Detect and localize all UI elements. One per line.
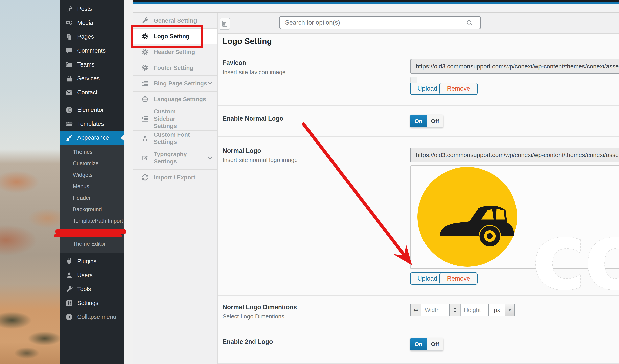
nav-item-label: Footer Setting (154, 64, 194, 71)
normal-logo-url-field[interactable] (410, 148, 619, 162)
search-input[interactable] (279, 16, 481, 29)
sidebar-item-templates[interactable]: Templates (59, 117, 125, 131)
sidebar-item-settings[interactable]: Settings (59, 296, 125, 310)
nav-item-label: Custom Font Settings (154, 131, 209, 146)
enable-normal-logo-toggle[interactable]: On Off (410, 115, 443, 128)
submenu-label: Background (73, 206, 102, 213)
normal-logo-remove-button[interactable]: Remove (439, 272, 478, 284)
submenu-item-customize[interactable]: Customize (59, 158, 125, 169)
sidebar-item-label: Elementor (77, 107, 104, 113)
plug-icon (66, 258, 73, 265)
sliders-icon (66, 299, 73, 307)
sidebar-item-pages[interactable]: Pages (59, 30, 125, 44)
sidebar-item-comments[interactable]: Comments (59, 44, 125, 58)
toggle-on-segment[interactable]: On (410, 338, 427, 351)
enable-2nd-logo-toggle[interactable]: On Off (410, 338, 443, 351)
sidebar-item-posts[interactable]: Posts (59, 2, 125, 16)
sidebar-item-label: Collapse menu (77, 314, 116, 320)
sidebar-item-teams[interactable]: Teams (59, 58, 125, 72)
submenu-label: Header (73, 195, 91, 201)
toggle-off-segment[interactable]: Off (427, 115, 443, 127)
unit-select-value: px (489, 304, 505, 316)
submenu-label: Menus (73, 183, 89, 190)
sidebar-item-appearance[interactable]: Appearance (59, 131, 125, 145)
section-divider (218, 363, 619, 364)
submenu-item-themes[interactable]: Themes (59, 146, 125, 158)
sidebar-item-plugins[interactable]: Plugins (59, 254, 125, 268)
sidebar-item-label: Settings (77, 300, 98, 306)
sidebar-item-label: Users (77, 272, 93, 279)
edit-icon (142, 154, 149, 161)
nav-item-footer-setting[interactable]: Footer Setting (133, 60, 217, 76)
sidebar-item-tools[interactable]: Tools (59, 282, 125, 296)
nav-item-typography-settings[interactable]: Typography Settings (133, 146, 217, 170)
chevron-down-icon (207, 155, 213, 161)
sidebar-item-elementor[interactable]: Elementor (59, 103, 125, 117)
nav-item-language-settings[interactable]: Language Settings (133, 92, 217, 107)
camera-icon (66, 19, 73, 27)
svg-text:co: co (532, 203, 619, 310)
submenu-label: Themes (73, 149, 93, 155)
submenu-item-templatepath-import[interactable]: TemplatePath Import (59, 215, 125, 227)
sidebar-item-label: Services (77, 75, 100, 82)
submenu-item-theme-editor[interactable]: Theme Editor (59, 238, 125, 250)
section-divider (218, 105, 619, 106)
sidebar-item-label: Contact (77, 89, 98, 96)
normal-logo-preview: co (410, 165, 619, 269)
submenu-item-widgets[interactable]: Widgets (59, 169, 125, 181)
sidebar-item-users[interactable]: Users (59, 268, 125, 282)
nav-item-label: Custom Sidebar Settings (154, 108, 195, 130)
width-input[interactable] (422, 304, 450, 316)
toggle-off-segment[interactable]: Off (427, 338, 443, 351)
enable-2nd-logo-label: Enable 2nd Logo (223, 338, 273, 345)
elementor-icon (66, 107, 73, 114)
nav-item-custom-sidebar-settings[interactable]: Custom Sidebar Settings (133, 107, 217, 131)
nav-item-custom-font-settings[interactable]: Custom Font Settings (133, 131, 217, 146)
submenu-label: TemplatePath Import (73, 218, 123, 224)
submenu-item-background[interactable]: Background (59, 204, 125, 215)
normal-logo-label: Normal Logo (223, 147, 261, 154)
chevron-down-icon (207, 81, 213, 86)
toggle-on-segment[interactable]: On (410, 115, 427, 127)
pin-icon (66, 5, 73, 13)
list-icon (142, 115, 149, 122)
nav-item-blog-page-settings[interactable]: Blog Page Settings (133, 76, 217, 92)
current-menu-arrow (121, 135, 125, 141)
nav-item-label: Language Settings (154, 95, 206, 103)
collapse-menu-button[interactable]: Collapse menu (59, 310, 125, 324)
sidebar-item-label: Comments (77, 47, 106, 54)
submenu-label: Customize (73, 161, 99, 167)
submenu-item-menus[interactable]: Menus (59, 181, 125, 192)
height-input[interactable] (461, 304, 490, 316)
accent-line (133, 2, 619, 4)
globe-icon (142, 96, 149, 103)
sidebar-item-label: Appearance (77, 135, 109, 141)
dimensions-description: Select Logo Dimentions (223, 313, 284, 320)
sync-icon (142, 174, 149, 181)
sidebar-item-contact[interactable]: Contact (59, 85, 125, 99)
nav-item-label: Typography Settings (154, 150, 195, 165)
favicon-remove-button[interactable]: Remove (439, 83, 478, 95)
toggle-nav-layout-button[interactable] (220, 18, 230, 30)
enable-normal-logo-label: Enable Normal Logo (223, 115, 283, 122)
favicon-url-field[interactable] (410, 59, 619, 74)
car-icon (437, 191, 516, 257)
logo-circle-graphic (417, 167, 517, 267)
nav-item-label: Blog Page Settings (154, 80, 207, 87)
sidebar-item-media[interactable]: Media (59, 16, 125, 30)
submenu-label: Widgets (73, 172, 93, 178)
theme-options-nav: General Setting Logo Setting Header Sett… (133, 13, 218, 364)
submenu-label: Theme Editor (73, 241, 106, 247)
wrench-icon (142, 17, 149, 24)
options-toolbar (218, 13, 619, 34)
sidebar-item-services[interactable]: Services (59, 72, 125, 85)
section-divider (218, 295, 619, 296)
sidebar-item-label: Plugins (77, 258, 97, 265)
pages-icon (66, 33, 73, 40)
favicon-preview-placeholder (410, 77, 417, 83)
submenu-item-header[interactable]: Header (59, 192, 125, 204)
nav-item-import-export[interactable]: Import / Export (133, 170, 217, 185)
unit-select[interactable]: px ▼ (488, 304, 515, 316)
nav-item-label: Header Setting (154, 48, 195, 56)
wrench-icon (66, 286, 73, 293)
